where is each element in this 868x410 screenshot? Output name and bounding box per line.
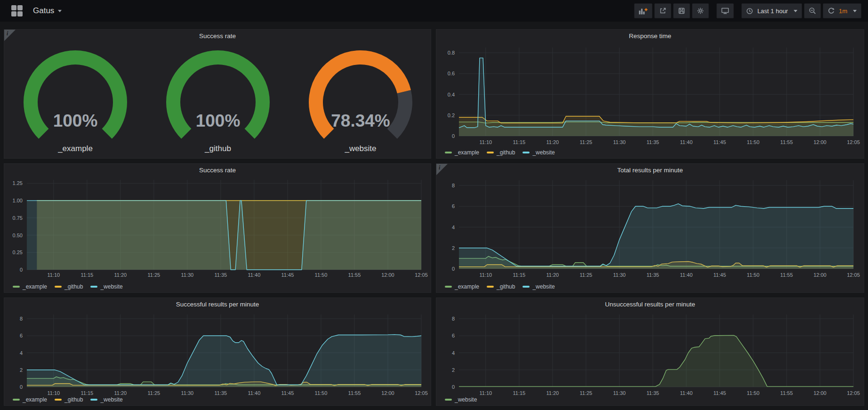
grafana-logo-icon[interactable] — [11, 5, 23, 16]
logo-square — [11, 5, 16, 10]
legend-item-website[interactable]: _website — [445, 396, 477, 403]
legend-item-example[interactable]: _example — [13, 396, 47, 403]
legend-series-dash — [90, 399, 97, 401]
gauge-chart[interactable]: 100%_example100%_github78.34%_website — [4, 30, 432, 159]
svg-text:0.50: 0.50 — [13, 233, 23, 238]
legend-item-website[interactable]: _website — [90, 283, 122, 290]
svg-text:12:05: 12:05 — [847, 139, 860, 145]
legend-series-dash — [90, 286, 97, 288]
svg-text:11:10: 11:10 — [47, 272, 60, 278]
success-rate-chart[interactable]: 11:1011:1511:2011:2511:3011:3511:4011:45… — [4, 164, 432, 293]
settings-button[interactable] — [692, 3, 709, 18]
svg-text:4: 4 — [20, 350, 23, 356]
panel-response-time: Response time 11:1011:1511:2011:2511:301… — [436, 29, 864, 159]
chart-legend: _example_github_website — [13, 396, 130, 403]
legend-item-example[interactable]: _example — [445, 149, 479, 156]
svg-text:11:20: 11:20 — [114, 272, 127, 278]
svg-text:11:50: 11:50 — [747, 390, 760, 396]
legend-item-website[interactable]: _website — [90, 396, 122, 403]
save-button[interactable] — [673, 3, 690, 18]
successful-results-chart[interactable]: 11:1011:1511:2011:2511:3011:3511:4011:45… — [4, 298, 432, 406]
legend-series-dash — [487, 152, 494, 153]
legend-item-github[interactable]: _github — [487, 149, 515, 156]
time-range-picker[interactable]: Last 1 hour — [741, 3, 802, 18]
settings-gear-icon — [697, 7, 704, 15]
svg-text:11:15: 11:15 — [513, 390, 525, 396]
svg-text:11:15: 11:15 — [80, 390, 93, 396]
svg-text:12:05: 12:05 — [847, 272, 860, 278]
refresh-picker[interactable]: 1m — [823, 3, 861, 18]
gauge-label-example: _example — [57, 144, 93, 153]
panel-success-rate-gauges: i Success rate 100%_example100%_github78… — [4, 29, 431, 159]
legend-series-name: _website — [455, 396, 477, 403]
gauge-label-github: _github — [204, 144, 231, 153]
svg-text:11:30: 11:30 — [181, 390, 194, 396]
svg-text:11:45: 11:45 — [281, 272, 294, 278]
svg-text:11:55: 11:55 — [780, 139, 793, 145]
legend-item-website[interactable]: _website — [522, 149, 555, 156]
svg-text:11:35: 11:35 — [647, 139, 659, 145]
legend-series-name: _example — [23, 283, 47, 290]
logo-square — [11, 11, 16, 16]
svg-text:0: 0 — [452, 133, 455, 139]
svg-text:11:55: 11:55 — [780, 272, 793, 278]
svg-text:6: 6 — [452, 333, 455, 338]
svg-text:11:15: 11:15 — [513, 139, 525, 145]
svg-text:12:00: 12:00 — [813, 139, 827, 145]
svg-text:0.2: 0.2 — [448, 113, 455, 118]
svg-text:12:00: 12:00 — [813, 272, 827, 278]
svg-text:12:05: 12:05 — [415, 390, 428, 396]
legend-series-name: _example — [23, 396, 47, 403]
legend-item-github[interactable]: _github — [55, 283, 83, 290]
svg-text:12:00: 12:00 — [381, 272, 394, 278]
legend-series-name: _website — [100, 283, 122, 290]
svg-text:11:25: 11:25 — [580, 272, 593, 278]
svg-text:11:25: 11:25 — [580, 139, 593, 145]
svg-text:0.75: 0.75 — [13, 215, 23, 221]
legend-item-website[interactable]: _website — [522, 283, 555, 290]
svg-text:11:55: 11:55 — [348, 390, 361, 396]
svg-text:2: 2 — [20, 367, 23, 373]
svg-text:11:15: 11:15 — [80, 272, 93, 278]
legend-series-dash — [445, 152, 452, 153]
unsuccessful-results-chart[interactable]: 11:1011:1511:2011:2511:3011:3511:4011:45… — [436, 298, 865, 406]
chart-legend: _website — [445, 396, 484, 403]
legend-item-example[interactable]: _example — [13, 283, 47, 290]
svg-text:6: 6 — [452, 203, 455, 209]
total-results-chart[interactable]: 11:1011:1511:2011:2511:3011:3511:4011:45… — [436, 164, 865, 293]
svg-text:11:50: 11:50 — [315, 272, 328, 278]
gauge-value-github: 100% — [196, 111, 241, 130]
svg-text:11:25: 11:25 — [148, 390, 161, 396]
legend-series-name: _github — [497, 149, 515, 156]
legend-item-github[interactable]: _github — [55, 396, 83, 403]
svg-text:11:40: 11:40 — [248, 390, 261, 396]
svg-text:11:10: 11:10 — [479, 272, 492, 278]
svg-text:0: 0 — [452, 266, 455, 272]
svg-text:11:30: 11:30 — [181, 272, 194, 278]
svg-text:11:10: 11:10 — [47, 390, 60, 396]
refresh-interval-label: 1m — [839, 8, 847, 15]
legend-item-example[interactable]: _example — [445, 283, 479, 290]
dashboard-title-dropdown[interactable]: Gatus — [33, 6, 62, 16]
svg-text:12:00: 12:00 — [813, 390, 827, 396]
svg-text:2: 2 — [452, 367, 455, 373]
svg-text:11:40: 11:40 — [248, 272, 261, 278]
svg-text:11:20: 11:20 — [114, 390, 127, 396]
logo-square — [17, 11, 23, 16]
svg-text:11:35: 11:35 — [215, 272, 227, 278]
response-time-chart[interactable]: 11:1011:1511:2011:2511:3011:3511:4011:45… — [436, 30, 865, 159]
add-panel-button[interactable] — [634, 3, 652, 18]
logo-square — [17, 5, 23, 10]
svg-text:8: 8 — [20, 316, 23, 322]
legend-series-name: _example — [455, 283, 479, 290]
tv-mode-button[interactable] — [716, 3, 734, 18]
zoom-out-icon — [809, 7, 816, 15]
legend-item-github[interactable]: _github — [487, 283, 515, 290]
svg-text:0.4: 0.4 — [448, 92, 455, 97]
svg-text:0: 0 — [20, 267, 23, 273]
zoom-out-button[interactable] — [804, 3, 821, 18]
svg-text:11:20: 11:20 — [546, 272, 559, 278]
legend-series-dash — [55, 399, 62, 401]
svg-text:11:20: 11:20 — [546, 390, 559, 396]
share-button[interactable] — [654, 3, 671, 18]
